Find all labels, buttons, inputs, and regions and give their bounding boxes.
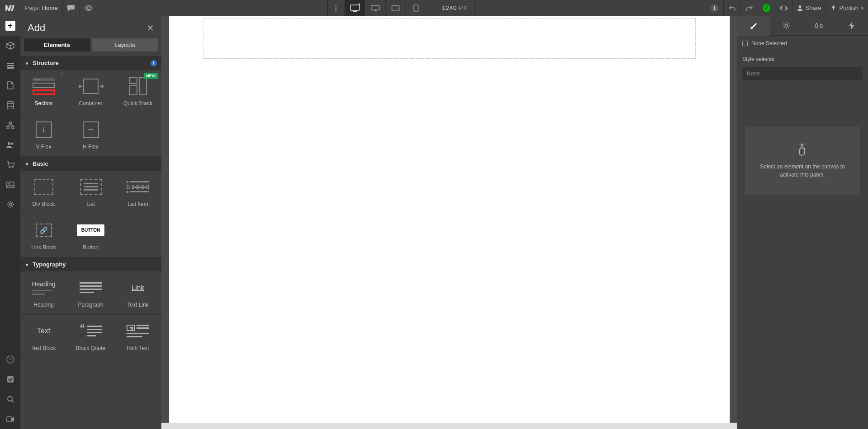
database-icon <box>7 101 14 109</box>
status-ok[interactable]: ✓ <box>758 0 775 16</box>
canvas[interactable] <box>161 16 737 429</box>
canvas-page[interactable] <box>169 16 730 423</box>
rail-search[interactable] <box>0 389 20 409</box>
rail-assets[interactable] <box>0 175 20 195</box>
style-selector-row: Style selector <box>737 51 868 67</box>
top-bar: Page: Home ★ 1240 PX 1 <box>0 0 868 16</box>
element-rich-text[interactable]: Rich Text <box>114 315 161 358</box>
breakpoint-tablet[interactable] <box>385 0 406 16</box>
section-header-basic[interactable]: Basic <box>20 157 161 171</box>
rail-users[interactable] <box>0 135 20 155</box>
svg-point-0 <box>335 5 337 6</box>
element-h-flex[interactable]: → H Flex <box>67 113 114 157</box>
breakpoint-mobile[interactable] <box>406 0 426 16</box>
tab-settings[interactable] <box>770 16 803 36</box>
element-link-block[interactable]: 🔗 Link Block <box>20 214 67 257</box>
element-container[interactable]: ▶◀ Container <box>67 70 114 113</box>
queue-badge[interactable]: 1 <box>706 0 723 16</box>
users-icon <box>6 142 14 148</box>
comments-button[interactable] <box>63 0 80 16</box>
element-quick-stack[interactable]: NEW Quick Stack <box>114 70 161 113</box>
tab-style-manager[interactable] <box>802 16 835 36</box>
rail-audit[interactable] <box>0 369 20 389</box>
element-list-item[interactable]: List Item <box>114 171 161 214</box>
rail-components[interactable] <box>0 36 20 56</box>
rail-video[interactable] <box>0 409 20 429</box>
redo-button[interactable] <box>741 0 758 16</box>
svg-rect-18 <box>12 126 14 128</box>
canvas-width-readout[interactable]: 1240 PX <box>426 0 476 16</box>
canvas-dropzone[interactable] <box>203 18 696 59</box>
element-text-block[interactable]: Text Text Block <box>20 315 67 358</box>
rail-settings[interactable] <box>0 195 20 214</box>
tap-icon <box>754 143 851 156</box>
webflow-icon <box>5 5 14 11</box>
breakpoint-desktop[interactable] <box>365 0 385 16</box>
selection-indicator-icon <box>742 41 748 46</box>
user-icon <box>797 5 803 11</box>
section-header-typography[interactable]: Typography <box>20 257 161 271</box>
rail-navigator[interactable] <box>0 56 20 75</box>
text-link-icon: Link <box>132 284 144 291</box>
tab-style[interactable] <box>737 16 770 36</box>
paragraph-icon <box>80 282 102 293</box>
svg-rect-28 <box>7 376 14 382</box>
menu-dots[interactable] <box>327 0 344 16</box>
undo-button[interactable] <box>723 0 741 16</box>
comment-icon <box>67 5 75 11</box>
element-empty <box>114 214 161 257</box>
element-paragraph[interactable]: Paragraph <box>67 271 114 315</box>
svg-text:?: ? <box>9 357 11 362</box>
svg-rect-14 <box>7 67 14 69</box>
preview-button[interactable] <box>80 0 97 16</box>
element-section[interactable]: ? Section <box>20 70 67 113</box>
section-header-structure[interactable]: Structurei <box>20 56 161 70</box>
publish-button[interactable]: Publish ▾ <box>826 0 868 16</box>
element-div-block[interactable]: Div Block <box>20 171 67 214</box>
rich-text-icon <box>127 325 149 337</box>
gear-icon <box>6 201 14 209</box>
element-button[interactable]: BUTTON Button <box>67 214 114 257</box>
rail-pages[interactable] <box>0 75 20 95</box>
element-block-quote[interactable]: ❝ Block Quote <box>67 315 114 358</box>
rail-cms[interactable] <box>0 95 20 115</box>
container-icon: ▶◀ <box>79 79 103 94</box>
export-code-button[interactable] <box>775 0 792 16</box>
info-icon[interactable]: i <box>151 60 157 66</box>
element-list[interactable]: List <box>67 171 114 214</box>
webflow-logo[interactable] <box>0 0 20 16</box>
rail-add[interactable]: + <box>0 16 20 36</box>
help-badge[interactable]: ? <box>59 72 64 77</box>
rocket-icon <box>830 5 836 11</box>
quick-stack-icon <box>129 77 147 95</box>
svg-point-22 <box>12 167 13 168</box>
cube-icon <box>6 42 14 50</box>
sitemap-icon <box>6 121 14 129</box>
canvas-horizontal-scrollbar[interactable] <box>161 423 737 429</box>
close-panel-button[interactable]: ✕ <box>146 23 154 33</box>
breakpoint-desktop-large[interactable]: ★ <box>344 0 365 16</box>
image-icon <box>6 182 14 188</box>
page-name: Home <box>42 5 58 11</box>
tab-layouts[interactable]: Layouts <box>92 38 158 51</box>
svg-point-19 <box>8 142 10 145</box>
element-text-link[interactable]: Link Text Link <box>114 271 161 315</box>
share-button[interactable]: Share <box>792 0 826 16</box>
search-icon <box>7 396 14 403</box>
add-panel-tabs: Elements Layouts <box>20 38 161 56</box>
svg-rect-12 <box>7 63 14 64</box>
rail-logic[interactable] <box>0 115 20 135</box>
tab-elements[interactable]: Elements <box>24 38 90 51</box>
svg-point-2 <box>335 9 337 11</box>
page-label: Page: <box>25 5 40 11</box>
style-selector-field[interactable]: None <box>742 67 863 80</box>
add-panel: Add ✕ Elements Layouts Structurei ? Sect… <box>20 16 161 429</box>
tab-interactions[interactable] <box>835 16 868 36</box>
element-heading[interactable]: Heading Heading <box>20 271 67 315</box>
element-v-flex[interactable]: ↓ V Flex <box>20 113 67 157</box>
rail-ecommerce[interactable] <box>0 155 20 175</box>
rail-help[interactable]: ? <box>0 350 20 369</box>
page-selector[interactable]: Page: Home <box>20 0 63 16</box>
eye-icon <box>85 5 93 11</box>
svg-point-32 <box>785 24 788 27</box>
